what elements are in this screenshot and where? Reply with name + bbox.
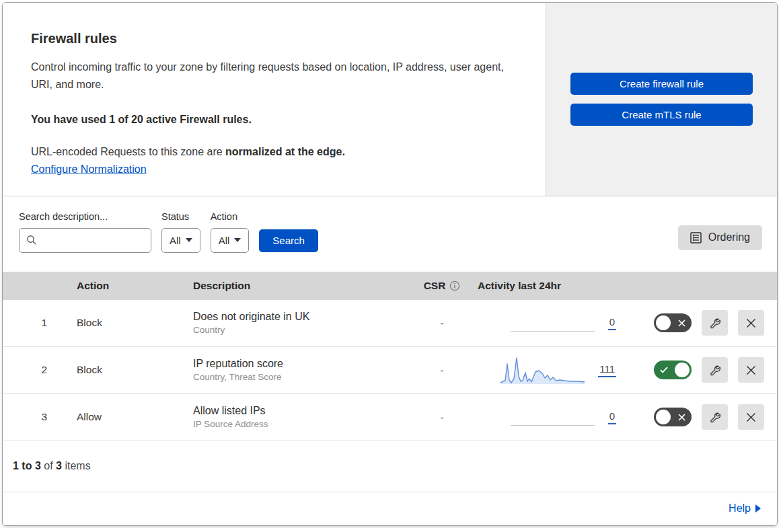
edit-rule-button[interactable] (702, 310, 728, 336)
rule-csr: - (412, 365, 472, 376)
items-total: 3 (56, 460, 62, 471)
rule-priority: 1 (3, 317, 57, 329)
action-select[interactable]: All (211, 228, 250, 253)
rule-description: IP reputation score (193, 358, 412, 370)
activity-sparkline-chart (500, 356, 585, 384)
rule-description: Does not originate in UK (193, 311, 412, 323)
ordering-button-label: Ordering (708, 231, 750, 243)
toggle-check-icon (655, 360, 673, 379)
activity-sparkline-flat (511, 309, 595, 337)
table-row: 1 Block Does not originate in UK Country… (3, 300, 777, 347)
col-csr-header: CSR (412, 280, 472, 292)
search-button[interactable]: Search (259, 229, 318, 252)
page-title: Firewall rules (31, 31, 519, 46)
col-description-header: Description (193, 280, 412, 292)
rule-description-cell: Does not originate in UK Country (193, 311, 412, 335)
rule-enabled-toggle[interactable] (654, 360, 692, 379)
filter-group: Search description... Status All Action (19, 211, 761, 253)
rule-enabled-toggle[interactable] (654, 313, 692, 332)
rule-controls (639, 357, 777, 383)
normalization-prefix: URL-encoded Requests to this zone are (31, 146, 225, 157)
rule-enabled-toggle[interactable] (654, 408, 692, 426)
status-select[interactable]: All (161, 228, 200, 253)
chevron-down-icon (234, 238, 241, 242)
wrench-icon (709, 317, 720, 329)
search-label: Search description... (19, 211, 151, 222)
normalization-bold: normalized at the edge. (225, 146, 345, 157)
edit-rule-button[interactable] (702, 357, 728, 383)
toggle-x-icon (673, 313, 690, 332)
rule-csr: - (412, 317, 472, 329)
rule-activity-cell: 111 (472, 356, 639, 384)
toggle-x-icon (673, 408, 690, 426)
chevron-down-icon (186, 238, 192, 242)
wrench-icon (709, 412, 720, 423)
items-of: of (44, 460, 52, 471)
status-select-value: All (170, 235, 181, 246)
table-row: 2 Block IP reputation score Country, Thr… (3, 347, 777, 394)
rule-activity-cell: 0 (472, 403, 639, 431)
activity-count-link[interactable]: 0 (608, 410, 616, 424)
delete-rule-button[interactable] (738, 357, 764, 383)
rule-controls (639, 404, 777, 430)
rule-fields: Country (193, 325, 412, 335)
create-mtls-rule-button[interactable]: Create mTLS rule (570, 104, 753, 126)
filter-bar: Search description... Status All Action (3, 196, 777, 272)
help-link[interactable]: Help (729, 502, 761, 515)
rule-action: Allow (57, 411, 193, 423)
col-activity-header: Activity last 24hr (472, 280, 639, 292)
rule-description: Allow listed IPs (193, 405, 412, 417)
info-icon[interactable] (449, 280, 460, 291)
list-document-icon (690, 232, 702, 243)
rule-description-cell: IP reputation score Country, Threat Scor… (193, 358, 412, 382)
rule-action: Block (57, 317, 193, 329)
usage-summary: You have used 1 of 20 active Firewall ru… (31, 114, 519, 126)
wrench-icon (709, 365, 720, 376)
csr-header-label: CSR (424, 280, 446, 292)
status-label: Status (161, 211, 200, 222)
header-text-block: Firewall rules Control incoming traffic … (3, 3, 546, 196)
activity-count-link[interactable]: 0 (608, 316, 616, 330)
toggle-knob (675, 363, 690, 377)
items-range: 1 to 3 (13, 460, 41, 471)
activity-count-link[interactable]: 111 (598, 363, 616, 377)
rule-fields: Country, Threat Score (193, 372, 412, 382)
delete-rule-button[interactable] (738, 404, 764, 430)
search-input[interactable] (19, 228, 151, 253)
firewall-rules-card: Firewall rules Control incoming traffic … (2, 2, 778, 526)
normalization-text: URL-encoded Requests to this zone are no… (31, 146, 519, 158)
create-firewall-rule-button[interactable]: Create firewall rule (570, 73, 753, 95)
rule-csr: - (412, 412, 472, 423)
search-icon (26, 235, 37, 245)
rule-description-cell: Allow listed IPs IP Source Address (193, 405, 412, 429)
delete-rule-button[interactable] (738, 310, 764, 336)
help-bar: Help (3, 492, 777, 525)
rule-priority: 3 (3, 411, 57, 423)
close-icon (746, 365, 756, 375)
activity-sparkline-flat (511, 403, 595, 431)
action-select-value: All (219, 235, 230, 246)
ordering-button[interactable]: Ordering (678, 225, 762, 250)
rule-priority: 2 (3, 364, 57, 376)
items-word: items (65, 460, 90, 471)
configure-normalization-link[interactable]: Configure Normalization (31, 163, 147, 176)
col-action-header: Action (57, 280, 193, 292)
header-section: Firewall rules Control incoming traffic … (3, 3, 777, 196)
toggle-knob (656, 410, 671, 424)
rule-action: Block (57, 364, 193, 376)
rule-activity-cell: 0 (472, 309, 639, 337)
table-header-row: Action Description CSR Activity last 24h… (3, 272, 777, 300)
actions-panel: Create firewall rule Create mTLS rule (546, 3, 777, 196)
chevron-right-icon (755, 504, 761, 512)
pagination-summary: 1 to 3 of 3 items (3, 441, 777, 492)
close-icon (746, 318, 756, 328)
rule-controls (639, 310, 777, 336)
rule-fields: IP Source Address (193, 419, 412, 429)
page-description: Control incoming traffic to your zone by… (31, 59, 515, 93)
help-label: Help (729, 502, 751, 515)
toggle-knob (656, 315, 671, 330)
edit-rule-button[interactable] (702, 404, 728, 430)
close-icon (746, 412, 756, 422)
table-row: 3 Allow Allow listed IPs IP Source Addre… (3, 394, 777, 441)
action-label: Action (211, 211, 250, 222)
